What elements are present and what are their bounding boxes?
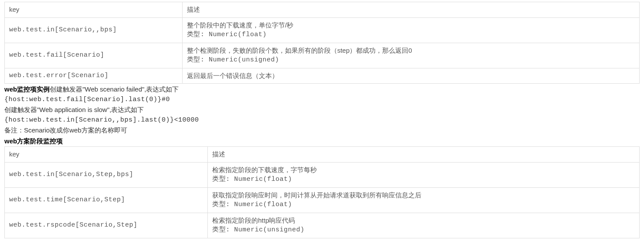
table2-row0-desc: 检索指定阶段的下载速度，字节每秒 类型: Numeric(float) [208, 162, 640, 187]
table1-row0-key: web.test.in[Scenario,,bps] [5, 17, 183, 43]
table2-row1-desc1: 获取指定阶段响应时间，时间计算从开始请求道获取到所有响应信息之后 [212, 190, 635, 200]
table1-row0-desc: 整个阶段中的下载速度，单位字节/秒 类型: Numeric(float) [182, 17, 639, 43]
table2-header-desc: 描述 [208, 147, 640, 163]
scenario-items-table: key 描述 web.test.in[Scenario,,bps] 整个阶段中的… [4, 2, 640, 84]
trigger1-intro: 创建触发器"Web scenario failed",表达式如下 [50, 85, 179, 93]
trigger2-expression: {host:web.test.in[Scenario,,bps].last(0)… [4, 115, 640, 126]
step-items-table: key 描述 web.test.in[Scenario,Step,bps] 检索… [4, 146, 640, 238]
table1-row0-desc1: 整个阶段中的下载速度，单位字节/秒 [187, 20, 635, 31]
table-row: web.test.rspcode[Scenario,Step] 检索指定阶段的h… [5, 213, 640, 238]
table2-row0-desc2: 类型: Numeric(float) [212, 175, 635, 185]
table-row: web.test.in[Scenario,,bps] 整个阶段中的下载速度，单位… [5, 17, 640, 43]
table1-row2-key: web.test.error[Scenario] [5, 68, 183, 84]
table-row: web.test.error[Scenario] 返回最后一个错误信息（文本） [5, 68, 640, 84]
table2-row0-desc1: 检索指定阶段的下载速度，字节每秒 [212, 165, 635, 175]
web-monitor-example-label: web监控项实例 [4, 85, 50, 93]
table2-header-key: key [5, 147, 208, 163]
table2-row1-desc: 获取指定阶段响应时间，时间计算从开始请求道获取到所有响应信息之后 类型: Num… [208, 187, 640, 213]
trigger1-expression: {host:web.test.fail[Scenario].last(0)}#0 [4, 95, 640, 105]
table-row: web.test.fail[Scenario] 整个检测阶段，失败的阶段个数，如… [5, 43, 640, 68]
table1-row1-key: web.test.fail[Scenario] [5, 43, 183, 68]
table1-row1-desc: 整个检测阶段，失败的阶段个数，如果所有的阶段（step）都成功，那么返回0 类型… [182, 43, 639, 68]
table-row: web.test.time[Scenario,Step] 获取指定阶段响应时间，… [5, 187, 640, 213]
table1-row0-desc2: 类型: Numeric(float) [187, 30, 635, 40]
table1-row2-desc: 返回最后一个错误信息（文本） [182, 68, 639, 84]
table1-row1-desc1: 整个检测阶段，失败的阶段个数，如果所有的阶段（step）都成功，那么返回0 [187, 46, 635, 56]
table2-row1-key: web.test.time[Scenario,Step] [5, 187, 208, 213]
table2-row2-desc: 检索指定阶段的http响应代码 类型: Numeric(unsigned) [208, 213, 640, 238]
table1-header-desc: 描述 [182, 2, 639, 18]
table1-row1-desc2: 类型: Numeric(unsigned) [187, 55, 635, 65]
table2-row2-desc1: 检索指定阶段的http响应代码 [212, 216, 635, 226]
step-items-heading: web方案阶段监控项 [4, 136, 640, 146]
table2-row2-key: web.test.rspcode[Scenario,Step] [5, 213, 208, 238]
table2-row1-desc2: 类型: Numeric(float) [212, 200, 635, 210]
trigger-example-line1: web监控项实例创建触发器"Web scenario failed",表达式如下 [4, 85, 640, 95]
scenario-note: 备注：Scenario改成你web方案的名称即可 [4, 126, 640, 136]
trigger2-intro: 创建触发器"Web application is slow",表达式如下 [4, 105, 640, 115]
table2-row2-desc2: 类型: Numeric(unsigned) [212, 225, 635, 235]
table1-row2-desc1: 返回最后一个错误信息（文本） [187, 71, 635, 81]
table2-row0-key: web.test.in[Scenario,Step,bps] [5, 162, 208, 187]
table-row: web.test.in[Scenario,Step,bps] 检索指定阶段的下载… [5, 162, 640, 187]
table1-header-key: key [5, 2, 183, 18]
